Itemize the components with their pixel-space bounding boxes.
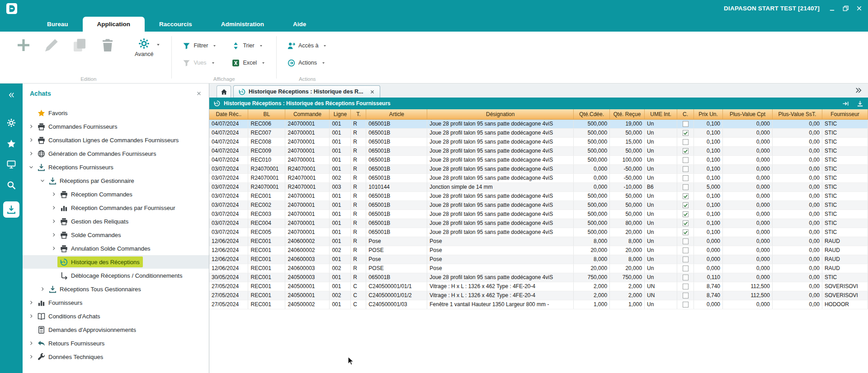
tree-item[interactable]: Annulation Solde Commandes xyxy=(23,242,209,255)
table-row[interactable]: 03/07/2024REC002240700001001R065001BJoue… xyxy=(209,200,868,210)
tree-item[interactable]: Fournisseurs xyxy=(23,296,209,309)
copy-button[interactable] xyxy=(72,38,87,52)
row-checkbox-checked[interactable] xyxy=(683,211,689,217)
table-row[interactable]: 03/07/2024REC005240700001001R065001BJoue… xyxy=(209,228,868,237)
column-header-8[interactable]: Qté. Reçue xyxy=(610,109,645,119)
tab-overflow-icon[interactable] xyxy=(855,87,862,94)
table-row[interactable]: 03/07/2024REC003240700001001R065001BJoue… xyxy=(209,210,868,219)
chevron-right-icon[interactable] xyxy=(29,354,33,359)
row-checkbox-checked[interactable] xyxy=(683,220,689,226)
chevron-right-icon[interactable] xyxy=(29,124,33,129)
edit-button[interactable] xyxy=(44,38,59,52)
excel-button[interactable]: Excel xyxy=(232,59,265,67)
table-row[interactable]: 04/07/2024REC008240700001001R065001BJoue… xyxy=(209,137,868,146)
row-checkbox[interactable] xyxy=(683,275,689,280)
tree-item[interactable]: Favoris xyxy=(23,106,209,120)
table-row[interactable]: 04/07/2024REC010240700001001R065001BJoue… xyxy=(209,155,868,164)
close-panel-icon[interactable] xyxy=(196,91,202,96)
chevron-right-icon[interactable] xyxy=(52,246,56,251)
column-header-3[interactable]: Ligne xyxy=(330,109,351,119)
column-header-5[interactable]: Article xyxy=(366,109,427,119)
chevron-right-icon[interactable] xyxy=(29,151,33,156)
column-header-6[interactable]: Désignation xyxy=(427,109,574,119)
chevron-right-icon[interactable] xyxy=(52,233,56,237)
chevron-right-icon[interactable] xyxy=(29,314,33,318)
filter-button[interactable]: Filtrer xyxy=(183,42,217,50)
row-checkbox[interactable] xyxy=(683,256,689,262)
table-row[interactable]: 12/06/2024REC001240600003002RPOSEPose20,… xyxy=(209,264,868,273)
tree-item[interactable]: Conditions d'Achats xyxy=(23,309,209,323)
row-checkbox[interactable] xyxy=(683,284,689,289)
table-row[interactable]: 04/07/2024REC006240700001001R065001BJoue… xyxy=(209,119,868,128)
column-header-0[interactable]: Date Réc.. xyxy=(209,109,248,119)
table-row[interactable]: 04/07/2024REC009240700001001R065001BJoue… xyxy=(209,146,868,155)
tree-item[interactable]: Déblocage Réceptions / Conditionnements xyxy=(23,269,209,282)
row-checkbox-checked[interactable] xyxy=(683,229,689,235)
chevron-right-icon[interactable] xyxy=(52,192,56,196)
row-checkbox[interactable] xyxy=(683,302,689,308)
tree-item[interactable]: Demandes d'Approvisionnements xyxy=(23,323,209,336)
column-header-9[interactable]: UME Int. xyxy=(645,109,677,119)
menu-tab-raccourcis[interactable]: Raccourcis xyxy=(145,17,207,32)
search-icon[interactable] xyxy=(7,181,16,190)
row-checkbox[interactable] xyxy=(683,157,689,163)
tree-item[interactable]: Retours Fournisseurs xyxy=(23,336,209,350)
access-button[interactable]: Accès à xyxy=(288,42,327,50)
table-row[interactable]: 27/05/2024REC001240500001001CC240500001/… xyxy=(209,282,868,291)
column-header-14[interactable]: Fournisseur xyxy=(822,109,868,119)
row-checkbox-checked[interactable] xyxy=(683,130,689,136)
views-button[interactable]: Vues xyxy=(183,59,217,67)
add-button[interactable] xyxy=(16,38,31,52)
tree-item[interactable]: Consultation Lignes de Commandes Fournis… xyxy=(23,133,209,147)
column-header-12[interactable]: Plus-Value Cpt xyxy=(723,109,773,119)
chevron-right-icon[interactable] xyxy=(29,300,33,305)
tree-item[interactable]: Réception Commandes xyxy=(23,187,209,201)
table-row[interactable]: 12/06/2024REC001240600003001RPosePose8,0… xyxy=(209,255,868,264)
chevron-right-icon[interactable] xyxy=(52,219,56,224)
tree-item[interactable]: Commandes Fournisseurs xyxy=(23,120,209,133)
column-header-2[interactable]: Commande xyxy=(285,109,330,119)
table-row[interactable]: 03/07/2024REC001240700001001R065001BJoue… xyxy=(209,191,868,200)
tab-historique-receptions[interactable]: Historique Réceptions : Historique des R… xyxy=(233,85,380,98)
chevron-right-icon[interactable] xyxy=(52,205,56,210)
table-row[interactable]: 30/05/2024REC001240500003001R065001BJoue… xyxy=(209,273,868,282)
close-icon[interactable] xyxy=(856,5,863,12)
table-row[interactable]: 04/07/2024REC007240700001001R065001BJoue… xyxy=(209,128,868,137)
table-row[interactable]: 27/05/2024REC001240500001002CC240500001/… xyxy=(209,291,868,300)
home-tab[interactable] xyxy=(217,85,231,98)
table-row[interactable]: 27/05/2024REC001240500002001CC240500001/… xyxy=(209,300,868,309)
tree-item[interactable]: Génération de Commandes Fournisseurs xyxy=(23,147,209,160)
export-icon[interactable] xyxy=(857,100,863,107)
column-header-7[interactable]: Qté.Cdée. xyxy=(574,109,610,119)
close-tab-icon[interactable] xyxy=(370,89,375,94)
column-header-4[interactable]: T. xyxy=(351,109,366,119)
row-checkbox[interactable] xyxy=(683,266,689,271)
advanced-button[interactable]: Avancé xyxy=(135,38,160,57)
table-row[interactable]: 03/07/2024R24070001R24070001001R065001BJ… xyxy=(209,164,868,173)
table-row[interactable]: 03/07/2024R24070001R24070001003R1010144J… xyxy=(209,182,868,191)
tree-item[interactable]: Réception Commandes par Fournisseur xyxy=(23,201,209,214)
row-checkbox-checked[interactable] xyxy=(683,202,689,208)
tree-item[interactable]: Réceptions Fournisseurs xyxy=(23,160,209,174)
tree-item[interactable]: Réceptions Tous Gestionnaires xyxy=(23,282,209,296)
menu-tab-bureau[interactable]: Bureau xyxy=(33,17,83,32)
row-checkbox[interactable] xyxy=(683,247,689,253)
chevron-down-icon[interactable] xyxy=(29,165,33,169)
table-row[interactable]: 03/07/2024REC004240700001001R065001BJoue… xyxy=(209,219,868,228)
tree-item[interactable]: Historique des Réceptions xyxy=(23,255,209,269)
minimize-icon[interactable] xyxy=(829,5,835,12)
row-checkbox-checked[interactable] xyxy=(683,193,689,199)
desktop-icon[interactable] xyxy=(7,160,16,169)
row-checkbox[interactable] xyxy=(683,293,689,298)
menu-tab-aide[interactable]: Aide xyxy=(278,17,321,32)
chevron-right-icon[interactable] xyxy=(29,341,33,345)
table-row[interactable]: 12/06/2024REC001240600002001RPosePose8,0… xyxy=(209,237,868,246)
delete-button[interactable] xyxy=(100,38,115,52)
tree-item[interactable]: Gestion des Reliquats xyxy=(23,214,209,228)
column-header-13[interactable]: Plus-Value SsT. xyxy=(772,109,822,119)
column-header-11[interactable]: Prix Un. xyxy=(694,109,723,119)
row-checkbox[interactable] xyxy=(683,238,689,244)
receptions-module-button[interactable] xyxy=(3,201,19,218)
actions-button[interactable]: Actions xyxy=(288,59,327,67)
menu-tab-application[interactable]: Application xyxy=(83,17,145,32)
